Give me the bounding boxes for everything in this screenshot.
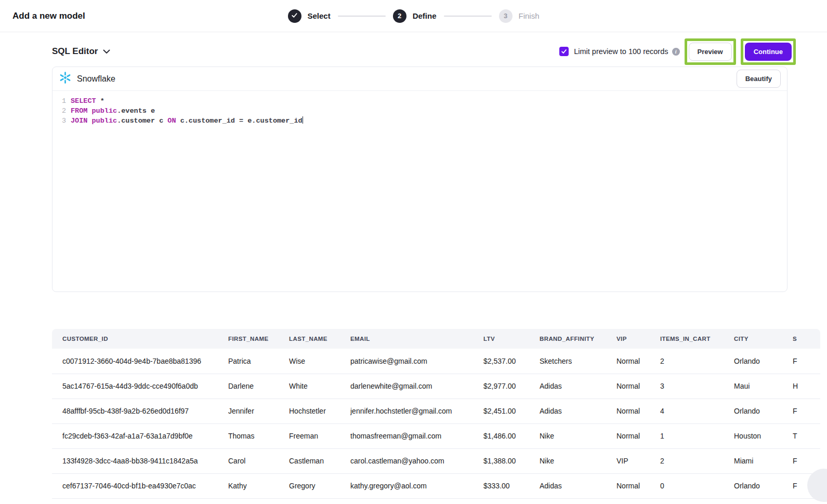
column-header: S <box>793 329 820 349</box>
column-header: ITEMS_IN_CART <box>660 329 734 349</box>
table-cell: Darlene <box>228 374 289 399</box>
beautify-button[interactable]: Beautify <box>737 70 781 88</box>
table-cell: Patrica <box>228 349 289 374</box>
snowflake-icon <box>59 71 72 86</box>
table-cell: kathy.gregory@aol.com <box>350 473 483 498</box>
table-cell: Orlando <box>734 399 793 423</box>
table-cell: 48afffbf-95cb-438f-9a2b-626ed0d16f97 <box>52 399 228 423</box>
table-cell: Freeman <box>289 423 350 448</box>
table-cell: H <box>793 374 820 399</box>
table-cell: 4 <box>660 399 734 423</box>
toolbar-right: Limit preview to 100 records i Preview C… <box>559 38 796 65</box>
code-line: FROM public.events e <box>71 106 303 116</box>
table-cell: Carol <box>228 448 289 473</box>
step-connector <box>444 16 492 17</box>
table-cell: thomasfreeman@gmail.com <box>350 423 483 448</box>
table-cell: Maui <box>734 374 793 399</box>
table-cell: 2 <box>660 448 734 473</box>
sql-editor-header: Snowflake Beautify <box>52 67 787 91</box>
table-cell: Adidas <box>540 399 616 423</box>
sql-editor-panel: Snowflake Beautify 123 SELECT *FROM publ… <box>52 67 787 292</box>
table-cell: Houston <box>734 423 793 448</box>
table-row: 5ac14767-615a-44d3-9ddc-cce490f6a0dbDarl… <box>52 374 820 399</box>
table-row: 133f4928-3dcc-4aa8-bb38-9411c1842a5aCaro… <box>52 448 820 473</box>
column-header: LAST_NAME <box>289 329 350 349</box>
step-finish-circle: 3 <box>499 9 513 23</box>
table-cell: F <box>793 448 820 473</box>
preview-button-highlight: Preview <box>685 38 736 65</box>
table-cell: Normal <box>616 399 660 423</box>
table-cell: $2,537.00 <box>483 349 540 374</box>
limit-preview-checkbox[interactable] <box>559 47 569 56</box>
table-cell: $333.00 <box>483 473 540 498</box>
table-cell: Normal <box>616 473 660 498</box>
step-finish-label: Finish <box>519 11 540 20</box>
table-cell: darlenewhite@gmail.com <box>350 374 483 399</box>
column-header: LTV <box>483 329 540 349</box>
table-cell: Wise <box>289 349 350 374</box>
table-cell: Normal <box>616 423 660 448</box>
step-select-circle <box>287 9 301 23</box>
table-cell: Castleman <box>289 448 350 473</box>
editor-mode-dropdown[interactable]: SQL Editor <box>52 46 110 57</box>
step-define-circle: 2 <box>393 9 406 23</box>
continue-button-highlight: Continue <box>741 38 796 65</box>
table-cell: Nike <box>540 423 616 448</box>
table-cell: $1,486.00 <box>483 423 540 448</box>
table-cell: Nike <box>540 448 616 473</box>
table-cell: Jennifer <box>228 399 289 423</box>
table-cell: Normal <box>616 374 660 399</box>
preview-table: CUSTOMER_IDFIRST_NAMELAST_NAMEEMAILLTVBR… <box>52 329 820 499</box>
table-cell: Normal <box>616 349 660 374</box>
step-select[interactable]: Select <box>287 9 330 23</box>
step-define[interactable]: 2 Define <box>393 9 437 23</box>
limit-preview-label: Limit preview to 100 records <box>574 47 668 56</box>
page-title: Add a new model <box>12 11 85 21</box>
table-cell: F <box>793 349 820 374</box>
table-cell: T <box>793 423 820 448</box>
code-line: JOIN public.customer c ON c.customer_id … <box>71 116 303 126</box>
info-icon[interactable]: i <box>672 48 680 56</box>
table-row: c0071912-3660-404d-9e4b-7bae8ba81396Patr… <box>52 349 820 374</box>
preview-button[interactable]: Preview <box>689 43 732 61</box>
column-header: BRAND_AFFINITY <box>540 329 616 349</box>
text-cursor <box>303 116 303 124</box>
step-finish: 3 Finish <box>499 9 540 23</box>
preview-table-wrap: CUSTOMER_IDFIRST_NAMELAST_NAMEEMAILLTVBR… <box>52 329 820 499</box>
step-define-label: Define <box>413 11 437 20</box>
column-header: CUSTOMER_ID <box>52 329 228 349</box>
table-row: fc29cdeb-f363-42af-a1a7-63a1a7d9bf0eThom… <box>52 423 820 448</box>
table-cell: Hochstetler <box>289 399 350 423</box>
check-icon <box>291 12 298 20</box>
sql-code-editor[interactable]: 123 SELECT *FROM public.events eJOIN pub… <box>52 91 787 126</box>
editor-mode-label: SQL Editor <box>52 46 98 57</box>
table-cell: White <box>289 374 350 399</box>
table-cell: Thomas <box>228 423 289 448</box>
continue-button[interactable]: Continue <box>745 43 792 61</box>
table-cell: 1 <box>660 423 734 448</box>
step-connector <box>338 16 386 17</box>
table-cell: F <box>793 399 820 423</box>
table-cell: 3 <box>660 374 734 399</box>
table-row: 48afffbf-95cb-438f-9a2b-626ed0d16f97Jenn… <box>52 399 820 423</box>
table-cell: Adidas <box>540 473 616 498</box>
step-select-label: Select <box>307 11 330 20</box>
table-cell: jennifer.hochstetler@gmail.com <box>350 399 483 423</box>
table-cell: $2,451.00 <box>483 399 540 423</box>
column-header: CITY <box>734 329 793 349</box>
column-header: EMAIL <box>350 329 483 349</box>
table-cell: cef67137-7046-40cd-bf1b-ea4930e7c0ac <box>52 473 228 498</box>
table-cell: VIP <box>616 448 660 473</box>
table-cell: 133f4928-3dcc-4aa8-bb38-9411c1842a5a <box>52 448 228 473</box>
table-header-row: CUSTOMER_IDFIRST_NAMELAST_NAMEEMAILLTVBR… <box>52 329 820 349</box>
sql-code: SELECT *FROM public.events eJOIN public.… <box>66 96 303 126</box>
table-cell: 2 <box>660 349 734 374</box>
table-cell: patricawise@gmail.com <box>350 349 483 374</box>
column-header: VIP <box>616 329 660 349</box>
code-line: SELECT * <box>71 96 303 106</box>
table-cell: c0071912-3660-404d-9e4b-7bae8ba81396 <box>52 349 228 374</box>
table-cell: Adidas <box>540 374 616 399</box>
editor-toolbar: SQL Editor Limit preview to 100 records … <box>0 32 827 62</box>
table-cell: Orlando <box>734 349 793 374</box>
table-cell: 5ac14767-615a-44d3-9ddc-cce490f6a0db <box>52 374 228 399</box>
